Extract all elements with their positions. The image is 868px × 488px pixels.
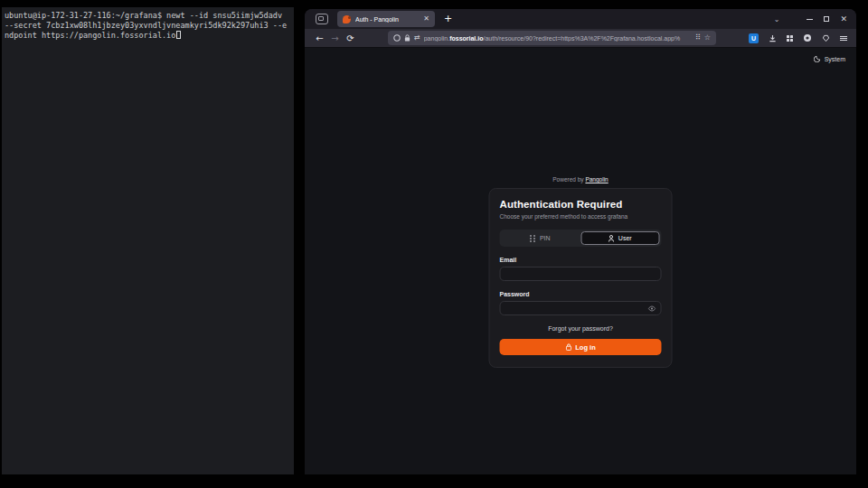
email-field-wrap: [500, 267, 662, 281]
browser-window: Auth - Pangolin ✕ + ⌄ ✕ ← → ⟳ ⇄ pangolin…: [305, 9, 856, 474]
window-maximize-button[interactable]: [824, 16, 829, 22]
theme-toggle-label: System: [825, 56, 845, 62]
url-text[interactable]: pangolin.fossorial.io/auth/resource/90?r…: [424, 35, 692, 42]
terminal-line: ubuntu@ip-172-31-27-116:~/grafana$ newt …: [5, 11, 291, 21]
password-field[interactable]: [505, 305, 648, 312]
auth-card-title: Authentication Required: [500, 199, 662, 210]
terminal-line: ndpoint https://pangolin.fossorial.io: [5, 31, 291, 41]
url-prefix: pangolin.: [424, 35, 449, 42]
tab-title: Auth - Pangolin: [355, 16, 419, 23]
moon-icon: [814, 55, 821, 62]
password-field-wrap: [500, 301, 662, 315]
user-icon: [609, 235, 615, 242]
tab-close-icon[interactable]: ✕: [423, 15, 429, 23]
tab-pin[interactable]: PIN: [502, 231, 580, 245]
terminal-line-text: ndpoint https://pangolin.fossorial.io: [5, 31, 175, 40]
window-controls: ✕: [807, 15, 847, 23]
url-domain: fossorial.io: [449, 35, 483, 42]
browser-tab-bar: Auth - Pangolin ✕ + ⌄ ✕: [305, 9, 856, 29]
reload-button[interactable]: ⟳: [343, 33, 358, 43]
tab-user-label: User: [618, 235, 632, 241]
auth-container: Powered by Pangolin Authentication Requi…: [489, 176, 673, 368]
firefox-view-icon[interactable]: [316, 14, 328, 24]
tab-user[interactable]: User: [580, 231, 660, 245]
privacy-extension-icon[interactable]: [803, 33, 812, 42]
sidebar-extension-icon[interactable]: [822, 34, 830, 42]
terminal-cursor: [176, 31, 181, 39]
ublock-extension-icon[interactable]: U: [749, 33, 759, 43]
auth-method-tabs: PIN User: [500, 230, 662, 247]
powered-by-text: Powered by: [552, 176, 583, 183]
login-button[interactable]: Log in: [500, 339, 662, 355]
forward-button[interactable]: →: [327, 33, 343, 43]
new-tab-button[interactable]: +: [444, 14, 452, 23]
pangolin-favicon-icon: [343, 15, 351, 23]
keypad-icon: [530, 235, 536, 242]
tab-pin-label: PIN: [540, 235, 551, 241]
downloads-icon[interactable]: [769, 34, 777, 42]
show-password-eye-icon[interactable]: [648, 305, 656, 312]
window-close-button[interactable]: ✕: [840, 15, 847, 23]
switch-container-icon[interactable]: ⇄: [414, 34, 420, 42]
window-minimize-button[interactable]: [807, 19, 813, 20]
email-label: Email: [500, 257, 662, 263]
toolbar-extensions-area: U: [749, 33, 847, 43]
terminal-line: --secret 7cbz1xw08lh1jbzey03yxvndljvneam…: [5, 21, 291, 31]
containers-icon[interactable]: ⠿: [695, 34, 701, 42]
terminal-window[interactable]: ubuntu@ip-172-31-27-116:~/grafana$ newt …: [2, 7, 294, 474]
extensions-puzzle-icon[interactable]: [787, 35, 793, 42]
email-field[interactable]: [505, 271, 656, 277]
browser-tab-active[interactable]: Auth - Pangolin ✕: [337, 11, 435, 27]
bookmark-star-icon[interactable]: ☆: [704, 34, 711, 42]
lock-icon[interactable]: [404, 34, 410, 42]
auth-card-subtitle: Choose your preferred method to access g…: [500, 213, 662, 220]
tracking-protection-shield-icon[interactable]: [393, 34, 401, 42]
login-button-label: Log in: [575, 343, 596, 352]
powered-by: Powered by Pangolin: [489, 176, 673, 183]
page-content: System Powered by Pangolin Authenticatio…: [305, 48, 856, 474]
theme-toggle[interactable]: System: [814, 55, 845, 62]
pangolin-link[interactable]: Pangolin: [585, 176, 608, 183]
url-path: /auth/resource/90?redirect=https%3A%2F%2…: [483, 35, 680, 42]
login-lock-icon: [565, 343, 571, 351]
tab-list-chevron-icon[interactable]: ⌄: [774, 15, 780, 23]
auth-card: Authentication Required Choose your pref…: [489, 188, 673, 368]
forgot-password-link[interactable]: Forgot your password?: [500, 325, 662, 332]
url-bar[interactable]: ⇄ pangolin.fossorial.io/auth/resource/90…: [388, 31, 716, 45]
back-button[interactable]: ←: [312, 33, 327, 43]
password-label: Password: [500, 291, 662, 297]
browser-nav-bar: ← → ⟳ ⇄ pangolin.fossorial.io/auth/resou…: [305, 29, 856, 48]
menu-hamburger-icon[interactable]: [840, 36, 847, 41]
